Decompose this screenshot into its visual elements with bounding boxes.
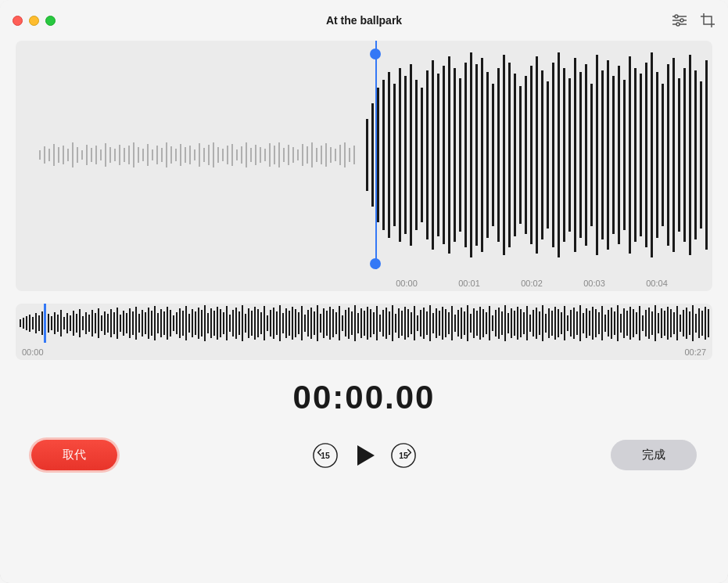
svg-rect-203 [226, 306, 228, 340]
svg-rect-251 [376, 306, 378, 340]
svg-rect-97 [492, 84, 494, 226]
replace-button[interactable]: 取代 [31, 440, 117, 470]
titlebar: At the ballpark [0, 0, 728, 41]
filter-icon[interactable] [672, 13, 687, 28]
svg-rect-79 [393, 84, 396, 226]
svg-rect-244 [354, 305, 356, 341]
window-title: At the ballpark [326, 14, 402, 27]
svg-rect-57 [278, 142, 280, 167]
svg-rect-28 [142, 149, 144, 161]
svg-rect-151 [63, 317, 65, 329]
svg-rect-76 [377, 88, 379, 222]
main-content: 00:00 00:01 00:02 00:03 00:04 [0, 41, 728, 583]
svg-rect-40 [199, 143, 200, 167]
svg-rect-68 [330, 147, 332, 163]
svg-rect-261 [407, 309, 409, 337]
waveform-detail[interactable]: 00:00 00:01 00:02 00:03 00:04 [16, 41, 712, 291]
svg-rect-280 [467, 305, 468, 341]
svg-rect-124 [640, 74, 642, 236]
svg-rect-188 [179, 308, 181, 338]
svg-rect-37 [185, 147, 186, 163]
svg-rect-283 [476, 311, 478, 336]
svg-rect-27 [138, 147, 139, 163]
svg-rect-90 [454, 68, 456, 242]
svg-rect-95 [481, 58, 483, 252]
svg-rect-59 [288, 145, 289, 165]
svg-rect-222 [285, 308, 287, 338]
svg-rect-349 [683, 310, 684, 336]
svg-rect-307 [551, 311, 553, 336]
svg-rect-121 [623, 80, 626, 230]
svg-rect-242 [348, 308, 350, 339]
svg-rect-218 [273, 308, 274, 339]
minimize-button[interactable] [29, 16, 39, 26]
playhead-bottom-dot [370, 258, 381, 269]
svg-rect-336 [642, 315, 644, 331]
svg-rect-36 [180, 144, 181, 166]
svg-rect-77 [382, 80, 385, 230]
svg-rect-193 [195, 311, 196, 335]
svg-rect-85 [426, 70, 429, 239]
svg-rect-116 [596, 55, 598, 255]
svg-rect-340 [654, 305, 656, 341]
waveform-detail-svg [16, 41, 712, 269]
svg-rect-282 [473, 308, 475, 338]
svg-rect-16 [86, 145, 88, 165]
svg-rect-168 [117, 308, 118, 339]
svg-rect-300 [529, 315, 531, 332]
svg-rect-102 [519, 86, 522, 224]
svg-rect-91 [459, 78, 461, 232]
svg-rect-157 [82, 316, 84, 330]
svg-rect-82 [410, 64, 412, 246]
svg-rect-334 [636, 312, 637, 334]
svg-rect-30 [152, 149, 153, 160]
svg-rect-126 [651, 52, 653, 257]
forward-button[interactable]: 15 [390, 442, 417, 469]
rewind-button[interactable]: 15 [312, 442, 339, 469]
maximize-button[interactable] [45, 16, 56, 26]
svg-rect-191 [188, 314, 190, 333]
svg-rect-131 [678, 78, 680, 232]
svg-rect-172 [129, 308, 131, 338]
svg-rect-332 [629, 307, 631, 340]
svg-rect-88 [443, 66, 445, 244]
play-button[interactable] [354, 445, 375, 466]
time-label-0: 00:00 [375, 279, 438, 288]
svg-rect-204 [229, 315, 231, 332]
close-button[interactable] [13, 16, 23, 26]
crop-icon[interactable] [700, 13, 715, 28]
svg-rect-147 [51, 316, 52, 330]
svg-rect-322 [598, 312, 600, 334]
waveform-overview[interactable]: 00:00 00:27 [16, 304, 712, 360]
done-button[interactable]: 完成 [611, 440, 697, 470]
svg-rect-92 [464, 63, 467, 247]
svg-rect-51 [250, 148, 252, 162]
svg-rect-109 [558, 52, 560, 257]
time-label-2: 00:02 [500, 279, 563, 288]
svg-rect-354 [698, 308, 700, 338]
svg-rect-192 [192, 309, 193, 337]
svg-rect-233 [320, 314, 321, 333]
svg-rect-67 [325, 143, 327, 167]
svg-rect-38 [189, 146, 191, 164]
svg-rect-355 [701, 311, 703, 336]
play-icon [357, 445, 375, 466]
svg-rect-281 [470, 314, 472, 333]
svg-rect-122 [629, 56, 631, 254]
svg-rect-173 [132, 311, 134, 335]
svg-rect-78 [388, 72, 390, 238]
svg-rect-174 [135, 307, 137, 340]
svg-rect-277 [457, 310, 459, 336]
svg-rect-335 [639, 306, 640, 340]
svg-rect-304 [542, 305, 543, 341]
svg-rect-210 [248, 308, 249, 338]
svg-rect-46 [227, 146, 228, 164]
svg-rect-221 [282, 313, 284, 333]
time-label-1: 00:01 [438, 279, 500, 288]
svg-rect-325 [608, 310, 609, 336]
svg-rect-176 [142, 310, 143, 336]
svg-rect-175 [138, 314, 140, 333]
svg-rect-323 [601, 306, 603, 340]
svg-rect-194 [198, 308, 199, 339]
svg-rect-128 [662, 84, 664, 226]
